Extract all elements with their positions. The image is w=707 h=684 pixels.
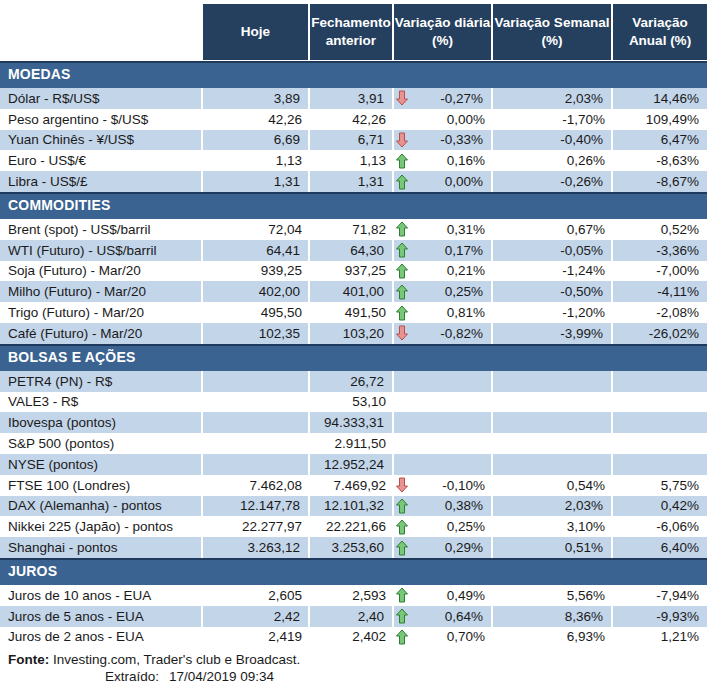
cell-var-diaria: 0,25% [394,281,493,302]
cell-hoje: 72,04 [203,219,310,240]
cell-fechamento: 401,00 [310,281,394,302]
section-title: COMMODITIES [8,197,111,213]
cell-var-anual: -9,93% [613,606,707,627]
row-label: Yuan Chinês - ¥/US$ [0,130,203,151]
row-label: Juros de 10 anos - EUA [0,585,203,606]
row-label: Euro - US$/€ [0,150,203,171]
row-label: Juros de 2 anos - EUA [0,627,203,648]
column-header-line: anterior [326,32,376,50]
table-row: Brent (spot) - US$/barril72,0471,820,31%… [0,219,707,240]
row-label: Trigo (Futuro) - Mar/20 [0,302,203,323]
table-row: PETR4 (PN) - R$26,72 [0,371,707,392]
var-diaria-value: 0,38% [445,498,483,513]
down-arrow-icon [396,90,409,106]
up-arrow-icon [396,629,409,645]
row-label: Ibovespa (pontos) [0,412,203,433]
cell-hoje: 3,89 [203,88,310,109]
row-label: Brent (spot) - US$/barril [0,219,203,240]
row-label: S&P 500 (pontos) [0,433,203,454]
cell-hoje: 939,25 [203,261,310,282]
var-diaria-value: 0,70% [447,629,485,644]
row-label: FTSE 100 (Londres) [0,475,203,496]
section-title: BOLSAS E AÇÕES [8,349,136,365]
table-row: Ibovespa (pontos)94.333,31 [0,412,707,433]
up-arrow-icon [396,608,409,624]
extracted-line: Extraído: 17/04/2019 09:34 [0,668,707,684]
row-label: PETR4 (PN) - R$ [0,371,203,392]
market-summary-page: { "table": { "columns": [ {"id": "hoje",… [0,0,707,684]
cell-var-anual: -4,11% [613,281,707,302]
cell-hoje [203,454,310,475]
cell-var-anual: 1,21% [613,627,707,648]
cell-fechamento: 3.253,60 [310,537,394,558]
cell-var-diaria [394,392,493,413]
cell-hoje: 6,69 [203,130,310,151]
table-row: Dólar - R$/US$3,893,91-0,27%2,03%14,46% [0,88,707,109]
cell-fechamento: 12.952,24 [310,454,394,475]
column-header-var_semanal: Variação Semanal(%) [493,4,613,60]
column-header-line: (%) [432,32,453,50]
var-diaria-value: 0,00% [445,174,483,189]
cell-var-anual: 109,49% [613,109,707,130]
table-row: FTSE 100 (Londres)7.462,087.469,92-0,10%… [0,475,707,496]
cell-var-diaria [394,454,493,475]
row-label: VALE3 - R$ [0,392,203,413]
cell-var-anual: -8,67% [613,171,707,192]
section-title: MOEDAS [8,66,71,82]
cell-var-diaria: 0,31% [394,219,493,240]
cell-var-diaria [394,371,493,392]
cell-var-diaria: -0,27% [394,88,493,109]
var-diaria-value: 0,25% [445,284,483,299]
cell-var-anual [613,412,707,433]
cell-hoje: 495,50 [203,302,310,323]
cell-var-semanal: -1,70% [493,109,613,130]
up-arrow-icon [396,540,409,556]
up-arrow-icon [396,242,409,258]
cell-var-anual: 6,47% [613,130,707,151]
table-row: NYSE (pontos)12.952,24 [0,454,707,475]
cell-fechamento: 3,91 [310,88,394,109]
up-arrow-icon [396,174,409,190]
cell-fechamento: 12.101,32 [310,496,394,517]
cell-var-anual: -7,94% [613,585,707,606]
section-title: JUROS [8,563,57,579]
table-row: Yuan Chinês - ¥/US$6,696,71-0,33%-0,40%6… [0,130,707,151]
up-arrow-icon [396,587,409,603]
cell-var-diaria: 0,38% [394,496,493,517]
row-label: Peso argentino - $/US$ [0,109,203,130]
cell-var-semanal [493,392,613,413]
extracted-label: Extraído: [105,668,159,684]
cell-var-semanal: 8,36% [493,606,613,627]
header-spacer [0,4,203,60]
column-header-line: Variação [632,14,688,32]
cell-var-anual [613,371,707,392]
cell-var-anual: -26,02% [613,323,707,344]
cell-var-anual [613,433,707,454]
cell-hoje: 64,41 [203,240,310,261]
cell-fechamento: 1,31 [310,171,394,192]
cell-var-anual: 5,75% [613,475,707,496]
cell-var-anual: -6,06% [613,516,707,537]
cell-var-diaria: 0,00% [394,109,493,130]
cell-hoje: 102,35 [203,323,310,344]
source-line: Fonte: Investing.com, Trader's club e Br… [0,651,707,668]
row-label: Nikkei 225 (Japão) - pontos [0,516,203,537]
cell-hoje: 12.147,78 [203,496,310,517]
cell-var-anual [613,454,707,475]
cell-var-diaria: 0,00% [394,171,493,192]
var-diaria-value: -0,10% [442,478,485,493]
table-row: Juros de 5 anos - EUA2,422,400,64%8,36%-… [0,606,707,627]
cell-var-diaria: 0,81% [394,302,493,323]
cell-var-diaria: 0,21% [394,261,493,282]
row-label: Shanghai - pontos [0,537,203,558]
cell-fechamento: 491,50 [310,302,394,323]
cell-var-diaria: -0,82% [394,323,493,344]
cell-var-semanal [493,371,613,392]
cell-fechamento: 2.911,50 [310,433,394,454]
section-header: BOLSAS E AÇÕES [0,344,707,371]
extracted-timestamp: 17/04/2019 09:34 [169,668,274,684]
cell-var-semanal [493,433,613,454]
cell-fechamento: 94.333,31 [310,412,394,433]
cell-var-semanal: 0,51% [493,537,613,558]
cell-var-diaria: -0,33% [394,130,493,151]
